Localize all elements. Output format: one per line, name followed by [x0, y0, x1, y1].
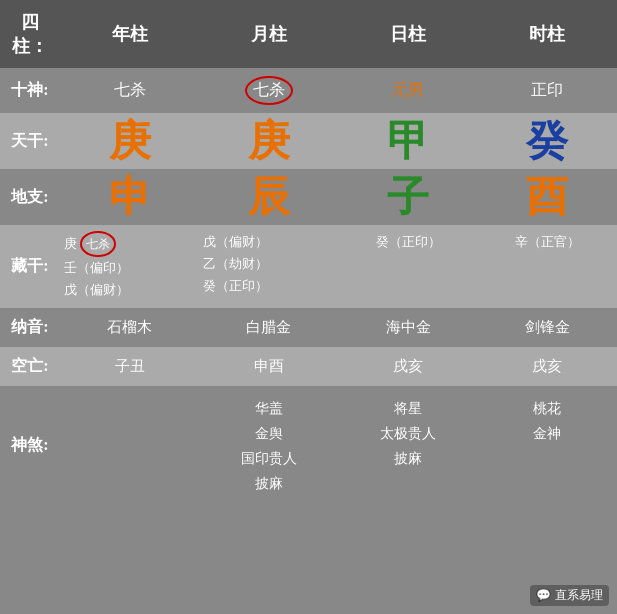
shen-sha-month: 华盖金舆国印贵人披麻 [199, 386, 338, 507]
di-zhi-label: 地支: [0, 169, 60, 225]
tian-gan-month: 庚 [199, 113, 338, 169]
ten-god-month-circled: 七杀 [245, 76, 293, 105]
header-col1: 年柱 [60, 0, 199, 68]
di-zhi-hour-char: 酉 [526, 174, 568, 220]
kong-wang-label: 空亡: [0, 347, 60, 386]
di-zhi-month-char: 辰 [248, 174, 290, 220]
na-yin-label: 纳音: [0, 308, 60, 347]
di-zhi-year: 申 [60, 169, 199, 225]
header-col2: 月柱 [199, 0, 338, 68]
shen-sha-label: 神煞: [0, 386, 60, 507]
shen-sha-year [60, 386, 199, 507]
tian-gan-day: 甲 [339, 113, 478, 169]
cang-gan-month-text: 戊（偏财） 乙（劫财） 癸（正印） [203, 231, 334, 297]
header-col3: 日柱 [339, 0, 478, 68]
di-zhi-row: 地支: 申 辰 子 酉 [0, 169, 617, 225]
di-zhi-day: 子 [339, 169, 478, 225]
tian-gan-year: 庚 [60, 113, 199, 169]
cang-gan-hour: 辛（正官） [478, 225, 617, 308]
na-yin-hour: 剑锋金 [478, 308, 617, 347]
header-col0: 四柱： [0, 0, 60, 68]
tian-gan-label: 天干: [0, 113, 60, 169]
cang-gan-day-text: 癸（正印） [343, 231, 474, 253]
cang-gan-label: 藏干: [0, 225, 60, 308]
ten-god-day: 元男 [339, 68, 478, 113]
cang-gan-year: 庚 七杀 壬（偏印） 戊（偏财） [60, 225, 199, 308]
di-zhi-day-char: 子 [387, 174, 429, 220]
shen-sha-day: 将星太极贵人披麻 [339, 386, 478, 507]
di-zhi-month: 辰 [199, 169, 338, 225]
tian-gan-hour: 癸 [478, 113, 617, 169]
cang-gan-day: 癸（正印） [339, 225, 478, 308]
di-zhi-year-char: 申 [109, 174, 151, 220]
cang-gan-month: 戊（偏财） 乙（劫财） 癸（正印） [199, 225, 338, 308]
cang-gan-row: 藏干: 庚 七杀 壬（偏印） 戊（偏财） 戊（偏财） 乙（劫财） 癸（正印） 癸… [0, 225, 617, 308]
tian-gan-day-char: 甲 [387, 118, 429, 164]
kong-wang-row: 空亡: 子丑 申酉 戌亥 戌亥 [0, 347, 617, 386]
kong-wang-day: 戌亥 [339, 347, 478, 386]
na-yin-day: 海中金 [339, 308, 478, 347]
tian-gan-year-char: 庚 [109, 118, 151, 164]
ten-god-hour: 正印 [478, 68, 617, 113]
kong-wang-year: 子丑 [60, 347, 199, 386]
header-row: 四柱： 年柱 月柱 日柱 时柱 [0, 0, 617, 68]
watermark-icon: 💬 [536, 588, 551, 603]
na-yin-row: 纳音: 石榴木 白腊金 海中金 剑锋金 [0, 308, 617, 347]
watermark: 💬 直系易理 [530, 585, 609, 606]
kong-wang-hour: 戌亥 [478, 347, 617, 386]
kong-wang-month: 申酉 [199, 347, 338, 386]
ten-god-month: 七杀 [199, 68, 338, 113]
ten-god-row: 十神: 七杀 七杀 元男 正印 [0, 68, 617, 113]
tian-gan-month-char: 庚 [248, 118, 290, 164]
na-yin-year: 石榴木 [60, 308, 199, 347]
watermark-text: 直系易理 [555, 587, 603, 604]
na-yin-month: 白腊金 [199, 308, 338, 347]
tian-gan-row: 天干: 庚 庚 甲 癸 [0, 113, 617, 169]
cang-gan-hour-text: 辛（正官） [482, 231, 613, 253]
di-zhi-hour: 酉 [478, 169, 617, 225]
header-col4: 时柱 [478, 0, 617, 68]
shen-sha-hour: 桃花金神 [478, 386, 617, 507]
ten-god-label: 十神: [0, 68, 60, 113]
tian-gan-hour-char: 癸 [526, 118, 568, 164]
ten-god-year: 七杀 [60, 68, 199, 113]
shen-sha-row: 神煞: 华盖金舆国印贵人披麻 将星太极贵人披麻 桃花金神 [0, 386, 617, 507]
cang-gan-year-text: 庚 七杀 壬（偏印） 戊（偏财） [64, 231, 195, 302]
